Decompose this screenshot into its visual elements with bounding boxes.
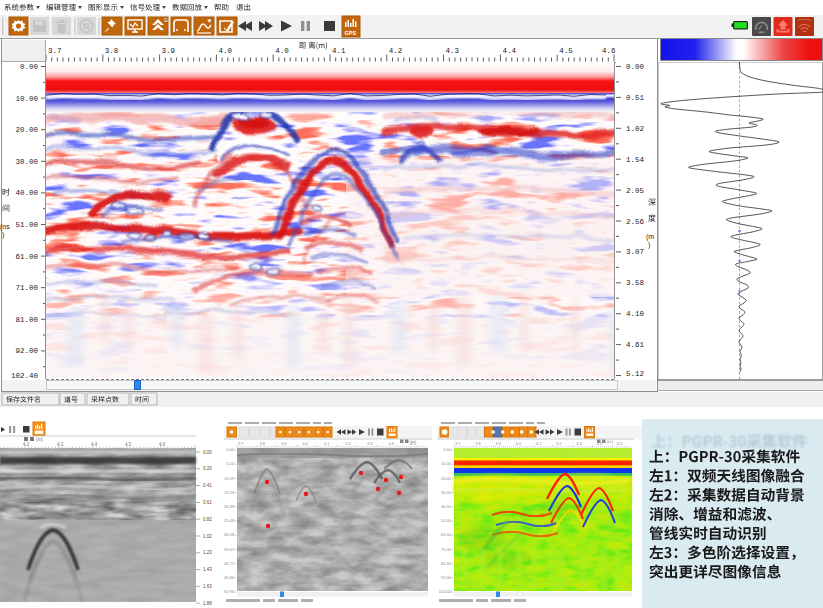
svg-text:0.20: 0.20 [203, 466, 212, 471]
svg-text:61.00: 61.00 [15, 253, 38, 261]
svg-text:50.96: 50.96 [224, 589, 235, 594]
svg-text:3.7: 3.7 [455, 441, 461, 446]
svg-text:15.29: 15.29 [224, 490, 235, 495]
svg-text:10.00: 10.00 [15, 95, 38, 103]
svg-text:4.3: 4.3 [367, 441, 373, 446]
svg-text:4.0: 4.0 [275, 47, 289, 55]
svg-text:102.40: 102.40 [11, 372, 39, 380]
svg-text:1.88: 1.88 [203, 601, 212, 606]
svg-text:4.4: 4.4 [389, 441, 395, 446]
svg-text:4.61: 4.61 [626, 341, 645, 349]
svg-text:40.77: 40.77 [224, 561, 235, 566]
svg-text:35.67: 35.67 [224, 547, 235, 552]
svg-text:4.2: 4.2 [389, 47, 403, 55]
svg-text:51.00: 51.00 [441, 518, 452, 523]
svg-text:30.00: 30.00 [441, 490, 452, 495]
svg-text:3.07: 3.07 [626, 248, 644, 256]
svg-text:20.00: 20.00 [15, 126, 38, 134]
svg-text:4.0: 4.0 [303, 441, 309, 446]
svg-text:4.4: 4.4 [502, 47, 516, 55]
svg-text:1.54: 1.54 [626, 156, 645, 164]
svg-text:92.00: 92.00 [441, 575, 452, 580]
svg-text:4.2: 4.2 [556, 441, 562, 446]
svg-text:(m): (m) [607, 439, 614, 444]
svg-text:102.40: 102.40 [439, 589, 452, 594]
svg-text:3.7: 3.7 [48, 47, 62, 55]
svg-text:25.48: 25.48 [224, 518, 235, 523]
svg-text:0.00: 0.00 [203, 450, 212, 455]
svg-text:1.63: 1.63 [203, 584, 212, 589]
svg-text:1.23: 1.23 [203, 550, 212, 555]
svg-text:3.58: 3.58 [626, 279, 644, 287]
svg-text:0.51: 0.51 [626, 94, 645, 102]
svg-text:20.38: 20.38 [224, 504, 235, 509]
svg-text:4.0: 4.0 [218, 47, 232, 55]
svg-text:81.00: 81.00 [15, 316, 38, 324]
svg-text:92.00: 92.00 [15, 347, 38, 355]
svg-text:): ) [2, 231, 4, 239]
svg-text:GPS: GPS [345, 30, 357, 36]
svg-text:0.00: 0.00 [20, 63, 39, 71]
svg-text:3.8: 3.8 [105, 47, 119, 55]
svg-text:5.12: 5.12 [626, 370, 644, 378]
svg-text:4.4: 4.4 [91, 442, 98, 447]
svg-text:51.00: 51.00 [15, 221, 38, 229]
svg-text:4.3: 4.3 [576, 441, 582, 446]
svg-text:G: G [164, 17, 168, 23]
svg-text:4.5: 4.5 [617, 441, 623, 446]
svg-text:4.1: 4.1 [332, 47, 346, 55]
svg-text:3.9: 3.9 [162, 47, 176, 55]
svg-text:10.19: 10.19 [224, 476, 235, 481]
svg-text:3.8: 3.8 [475, 441, 481, 446]
svg-text:40.00: 40.00 [15, 189, 38, 197]
svg-text:3.9: 3.9 [281, 441, 287, 446]
svg-text:30.58: 30.58 [224, 532, 235, 537]
svg-text:(ns: (ns [0, 223, 10, 231]
svg-text:40.00: 40.00 [441, 504, 452, 509]
svg-text:4.10: 4.10 [626, 310, 645, 318]
svg-text:0.61: 0.61 [203, 500, 212, 505]
svg-text:0.00: 0.00 [626, 63, 645, 71]
svg-text:3.7: 3.7 [238, 441, 244, 446]
svg-text:45.86: 45.86 [224, 575, 235, 580]
svg-text:3.8: 3.8 [260, 441, 266, 446]
svg-text:4.1: 4.1 [536, 441, 542, 446]
svg-text:71.00: 71.00 [15, 284, 38, 292]
svg-text:0.41: 0.41 [203, 483, 212, 488]
svg-text:71.00: 71.00 [441, 547, 452, 552]
svg-text:1.02: 1.02 [203, 534, 212, 539]
svg-text:4.5: 4.5 [125, 442, 132, 447]
svg-text:4.3: 4.3 [446, 47, 460, 55]
svg-text:81.00: 81.00 [441, 561, 452, 566]
svg-text:4.6: 4.6 [159, 442, 166, 447]
svg-text:1.43: 1.43 [203, 567, 212, 572]
svg-text:4.2: 4.2 [346, 441, 352, 446]
svg-text:4.1: 4.1 [324, 441, 330, 446]
svg-text:): ) [648, 241, 650, 249]
svg-text:4.3: 4.3 [57, 442, 64, 447]
svg-text:61.00: 61.00 [441, 532, 452, 537]
svg-text:10.00: 10.00 [441, 461, 452, 466]
svg-text:4.5: 4.5 [559, 47, 573, 55]
svg-text:(m): (m) [36, 437, 43, 442]
svg-text:3.9: 3.9 [495, 441, 501, 446]
svg-text:5.10: 5.10 [226, 461, 235, 466]
svg-text:0.00: 0.00 [226, 447, 235, 452]
svg-text:20.00: 20.00 [441, 476, 452, 481]
svg-text:4.5: 4.5 [410, 441, 416, 446]
svg-text:(m: (m [646, 233, 654, 241]
svg-text:2.56: 2.56 [626, 218, 645, 226]
svg-text:1.02: 1.02 [626, 125, 644, 133]
svg-text:4.6: 4.6 [602, 47, 616, 55]
svg-text:4.4: 4.4 [596, 441, 602, 446]
svg-text:30.00: 30.00 [15, 158, 38, 166]
svg-text:4.0: 4.0 [516, 441, 522, 446]
svg-text:4.2: 4.2 [23, 442, 30, 447]
svg-text:0.00: 0.00 [443, 447, 452, 452]
svg-text:2.05: 2.05 [626, 187, 645, 195]
svg-text:0.82: 0.82 [203, 517, 212, 522]
